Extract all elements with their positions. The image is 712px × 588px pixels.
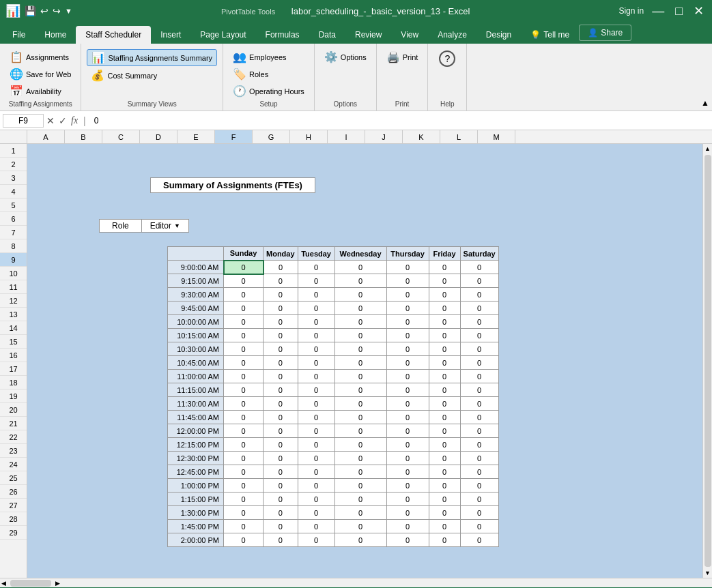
time-cell[interactable]: 9:15:00 AM [168,274,224,288]
value-cell[interactable]: 0 [386,465,429,479]
value-cell[interactable]: 0 [429,493,460,506]
value-cell[interactable]: 0 [264,356,298,370]
value-cell[interactable]: 0 [264,288,298,302]
value-cell[interactable]: 0 [334,493,386,506]
save-for-web-button[interactable]: 🌐 Save for Web [5,66,75,82]
value-cell[interactable]: 0 [386,288,429,302]
value-cell[interactable]: 0 [386,479,429,493]
value-cell[interactable]: 0 [429,479,460,493]
value-cell[interactable]: 0 [429,356,460,370]
tab-review[interactable]: Review [345,26,391,44]
tab-analyze[interactable]: Analyze [428,26,476,44]
ribbon-collapse-btn[interactable]: ▲ [698,44,712,111]
time-cell[interactable]: 10:45:00 AM [168,356,224,370]
value-cell[interactable]: 0 [224,438,264,452]
row-header-29[interactable]: 29 [0,526,27,540]
value-cell[interactable]: 0 [386,397,429,411]
value-cell[interactable]: 0 [298,452,334,465]
value-cell[interactable]: 0 [429,438,460,452]
value-cell[interactable]: 0 [386,342,429,356]
value-cell[interactable]: 0 [334,424,386,438]
value-cell[interactable]: 0 [298,397,334,411]
value-cell[interactable]: 0 [460,452,498,465]
value-cell[interactable]: 0 [460,465,498,479]
row-header-17[interactable]: 17 [0,362,27,376]
role-dropdown[interactable]: Editor ▼ [142,219,189,233]
value-cell[interactable]: 0 [298,533,334,547]
value-cell[interactable]: 0 [298,438,334,452]
value-cell[interactable]: 0 [264,397,298,411]
time-cell[interactable]: 10:15:00 AM [168,329,224,342]
value-cell[interactable]: 0 [224,329,264,342]
row-header-6[interactable]: 6 [0,212,27,226]
undo-icon[interactable]: ↩ [40,5,48,16]
row-header-24[interactable]: 24 [0,458,27,471]
value-cell[interactable]: 0 [298,411,334,424]
value-cell[interactable]: 0 [460,506,498,520]
time-cell[interactable]: 1:15:00 PM [168,493,224,506]
time-cell[interactable]: 11:30:00 AM [168,397,224,411]
row-header-5[interactable]: 5 [0,199,27,212]
tab-design[interactable]: Design [476,26,521,44]
operating-hours-button[interactable]: 🕐 Operating Hours [229,83,309,99]
tab-file[interactable]: File [3,26,35,44]
value-cell[interactable]: 0 [429,302,460,315]
value-cell[interactable]: 0 [224,261,264,274]
time-cell[interactable]: 11:45:00 AM [168,411,224,424]
value-cell[interactable]: 0 [298,479,334,493]
redo-icon[interactable]: ↪ [53,5,61,16]
value-cell[interactable]: 0 [460,533,498,547]
row-header-25[interactable]: 25 [0,471,27,485]
value-cell[interactable]: 0 [224,506,264,520]
value-cell[interactable]: 0 [429,315,460,329]
row-header-1[interactable]: 1 [0,144,27,158]
value-cell[interactable]: 0 [224,493,264,506]
value-cell[interactable]: 0 [386,424,429,438]
value-cell[interactable]: 0 [386,493,429,506]
value-cell[interactable]: 0 [264,342,298,356]
quick-save-icon[interactable]: 💾 [25,5,36,16]
value-cell[interactable]: 0 [429,342,460,356]
value-cell[interactable]: 0 [224,479,264,493]
row-header-20[interactable]: 20 [0,403,27,417]
row-header-28[interactable]: 28 [0,512,27,526]
time-cell[interactable]: 9:00:00 AM [168,261,224,274]
cell-reference-input[interactable] [3,114,44,128]
col-header-g[interactable]: G [253,130,290,143]
value-cell[interactable]: 0 [224,383,264,397]
value-cell[interactable]: 0 [460,274,498,288]
value-cell[interactable]: 0 [224,315,264,329]
value-cell[interactable]: 0 [334,261,386,274]
row-header-27[interactable]: 27 [0,499,27,512]
value-cell[interactable]: 0 [429,329,460,342]
value-cell[interactable]: 0 [264,424,298,438]
value-cell[interactable]: 0 [224,452,264,465]
print-button[interactable]: 🖨️ Print [382,49,423,65]
value-cell[interactable]: 0 [264,479,298,493]
scroll-up-button[interactable]: ▲ [704,145,711,152]
employees-button[interactable]: 👥 Employees [229,49,309,65]
value-cell[interactable]: 0 [298,506,334,520]
value-cell[interactable]: 0 [264,411,298,424]
value-cell[interactable]: 0 [386,506,429,520]
value-cell[interactable]: 0 [298,329,334,342]
value-cell[interactable]: 0 [460,329,498,342]
row-header-11[interactable]: 11 [0,280,27,294]
row-header-15[interactable]: 15 [0,335,27,349]
vertical-scrollbar[interactable]: ▲ ▼ [702,144,712,578]
value-cell[interactable]: 0 [298,370,334,383]
value-cell[interactable]: 0 [224,533,264,547]
row-header-23[interactable]: 23 [0,444,27,458]
value-cell[interactable]: 0 [264,493,298,506]
staffing-summary-button[interactable]: 📊 Staffing Assignments Summary [87,49,217,66]
value-cell[interactable]: 0 [298,342,334,356]
value-cell[interactable]: 0 [264,533,298,547]
row-header-13[interactable]: 13 [0,308,27,321]
options-button[interactable]: ⚙️ Options [320,49,371,65]
value-cell[interactable]: 0 [386,452,429,465]
assignments-button[interactable]: 📋 Assignments [5,49,75,65]
col-header-i[interactable]: I [328,130,365,143]
cost-summary-button[interactable]: 💰 Cost Summary [87,68,217,83]
value-cell[interactable]: 0 [264,506,298,520]
tab-view[interactable]: View [391,26,428,44]
